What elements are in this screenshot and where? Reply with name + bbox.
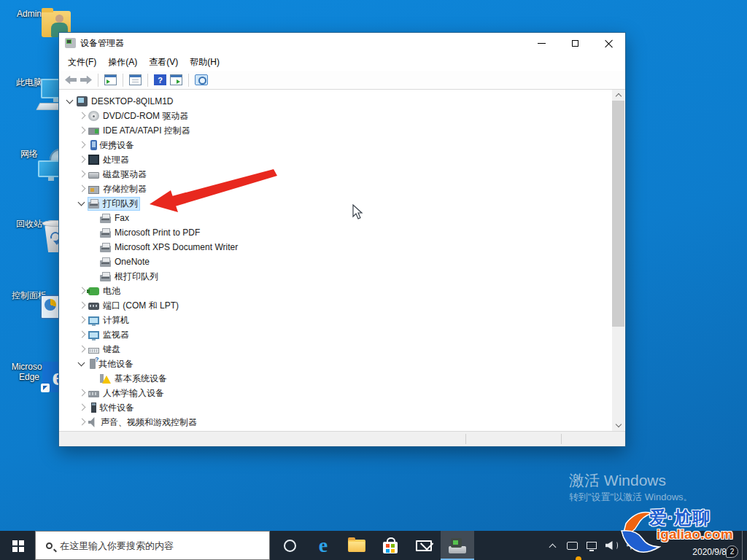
desktop-icon-this-pc[interactable]: 此电脑: [1, 77, 57, 88]
tree-item-label: IDE ATA/ATAPI 控制器: [103, 125, 190, 137]
tree-row[interactable]: Microsoft Print to PDF: [60, 225, 612, 240]
taskbar-mail-button[interactable]: [407, 531, 441, 560]
tree-expander-icon[interactable]: [76, 183, 88, 195]
tree-row[interactable]: OneNote: [60, 254, 612, 269]
start-button[interactable]: [0, 531, 35, 560]
tree-row[interactable]: 声音、视频和游戏控制器: [60, 415, 612, 429]
sound-icon: [88, 417, 97, 427]
minimize-button[interactable]: [525, 33, 558, 53]
tree-expander-icon[interactable]: [88, 271, 99, 282]
menu-file[interactable]: 文件(F): [68, 56, 96, 69]
tree-row[interactable]: DVD/CD-ROM 驱动器: [60, 109, 612, 123]
tree-row[interactable]: 处理器: [60, 152, 612, 167]
vertical-scrollbar[interactable]: [612, 90, 624, 431]
console-tree-icon[interactable]: [104, 74, 117, 85]
action-pane-icon[interactable]: [170, 74, 182, 85]
tree-expander-icon[interactable]: [76, 198, 88, 209]
desktop-icon-admin[interactable]: Admin: [1, 9, 57, 19]
notification-badge[interactable]: 2: [726, 545, 738, 558]
tree-row[interactable]: 计算机: [60, 313, 612, 327]
tray-cast-icon[interactable]: [565, 531, 578, 560]
pc-icon: [88, 316, 99, 324]
tree-row[interactable]: 端口 (COM 和 LPT): [60, 298, 612, 313]
tree-expander-icon[interactable]: [76, 168, 88, 180]
tree-row[interactable]: 基本系统设备: [60, 371, 612, 386]
tree-row[interactable]: IDE ATA/ATAPI 控制器: [60, 123, 612, 138]
tree-row[interactable]: 监视器: [60, 327, 612, 342]
scrollbar-thumb[interactable]: [612, 101, 624, 327]
tray-volume-icon[interactable]: [605, 531, 618, 560]
tree-row[interactable]: 磁盘驱动器: [60, 167, 612, 182]
menu-view[interactable]: 查看(V): [149, 56, 178, 69]
tree-row[interactable]: 便携设备: [60, 138, 612, 152]
tree-row[interactable]: 电池: [60, 284, 612, 298]
tree-expander-icon[interactable]: [88, 212, 99, 224]
tray-ime-indicator[interactable]: 中: [624, 531, 638, 560]
help-icon[interactable]: ?: [154, 74, 166, 85]
tree-expander-icon[interactable]: [76, 358, 88, 370]
maximize-button[interactable]: [558, 33, 592, 53]
close-button[interactable]: [592, 33, 625, 53]
tree-expander-icon[interactable]: [76, 387, 88, 399]
taskbar-apps: e: [273, 531, 474, 560]
search-input[interactable]: [60, 540, 249, 551]
microsoft-store-icon: [383, 542, 398, 553]
desktop-icon-edge[interactable]: e Microsoft Edge: [1, 362, 57, 382]
window-titlebar[interactable]: 设备管理器: [59, 33, 625, 53]
tree-expander-icon[interactable]: [76, 314, 88, 326]
taskbar-cortana-button[interactable]: [273, 531, 306, 560]
tree-expander-icon[interactable]: [88, 227, 99, 238]
menu-action[interactable]: 操作(A): [108, 56, 137, 69]
tree-expander-icon[interactable]: [76, 416, 88, 428]
tree-expander-icon[interactable]: [76, 343, 88, 355]
tree-expander-icon[interactable]: [64, 96, 76, 107]
device-tree: DESKTOP-8QILM1D DVD/CD-ROM 驱动器 IDE ATA/A…: [60, 90, 612, 431]
tree-row[interactable]: 键盘: [60, 342, 612, 357]
tree-expander-icon[interactable]: [76, 285, 88, 297]
file-explorer-icon: [348, 540, 365, 552]
properties-icon[interactable]: [129, 74, 142, 85]
watermark-line1: 激活 Windows: [569, 471, 693, 490]
desktop-icon-control-panel[interactable]: 控制面板: [1, 290, 57, 300]
tray-network-icon[interactable]: [585, 531, 598, 560]
taskbar-explorer-button[interactable]: [340, 531, 374, 560]
taskbar-store-button[interactable]: [374, 531, 407, 560]
show-desktop-button[interactable]: [742, 531, 747, 560]
tree-row[interactable]: 其他设备: [60, 357, 612, 371]
menu-help[interactable]: 帮助(H): [190, 56, 220, 69]
toolbar-separator: [188, 74, 189, 87]
scan-hardware-icon[interactable]: [195, 74, 208, 85]
taskbar-search[interactable]: [35, 531, 270, 560]
disk-icon: [88, 172, 99, 179]
tree-row[interactable]: 软件设备: [60, 400, 612, 415]
forward-icon[interactable]: [80, 76, 92, 85]
tree-row[interactable]: 根打印队列: [60, 269, 612, 284]
shortcut-arrow-icon: [41, 384, 50, 392]
tree-expander-icon[interactable]: [76, 300, 88, 311]
taskbar-device-manager-button[interactable]: [441, 531, 474, 560]
tree-expander-icon[interactable]: [76, 125, 88, 136]
ide-icon: [88, 128, 99, 135]
tree-expander-icon[interactable]: [76, 110, 88, 122]
tree-row[interactable]: 人体学输入设备: [60, 386, 612, 400]
tree-row[interactable]: 打印队列: [60, 196, 612, 211]
tray-chevron-up-icon[interactable]: [546, 531, 559, 560]
tree-expander-icon[interactable]: [88, 241, 99, 253]
tray-date[interactable]: 2020/9/8: [692, 547, 727, 557]
tree-row[interactable]: 存储控制器: [60, 182, 612, 196]
tree-expander-icon[interactable]: [76, 402, 88, 413]
tree-row[interactable]: DESKTOP-8QILM1D: [60, 94, 612, 109]
tree-expander-icon[interactable]: [88, 256, 99, 268]
tree-row[interactable]: Microsoft XPS Document Writer: [60, 240, 612, 254]
desktop-icon-recycle-bin[interactable]: 回收站: [1, 219, 57, 229]
tree-expander-icon[interactable]: [76, 329, 88, 341]
tree-expander-icon[interactable]: [88, 373, 99, 384]
back-icon[interactable]: [65, 76, 77, 85]
scroll-down-icon[interactable]: [612, 420, 624, 431]
tree-expander-icon[interactable]: [76, 139, 88, 151]
taskbar-edge-button[interactable]: e: [306, 531, 340, 560]
tree-expander-icon[interactable]: [76, 154, 88, 166]
tree-row[interactable]: Fax: [60, 211, 612, 225]
scroll-up-icon[interactable]: [612, 90, 624, 101]
desktop-icon-network[interactable]: 网络: [1, 149, 57, 159]
